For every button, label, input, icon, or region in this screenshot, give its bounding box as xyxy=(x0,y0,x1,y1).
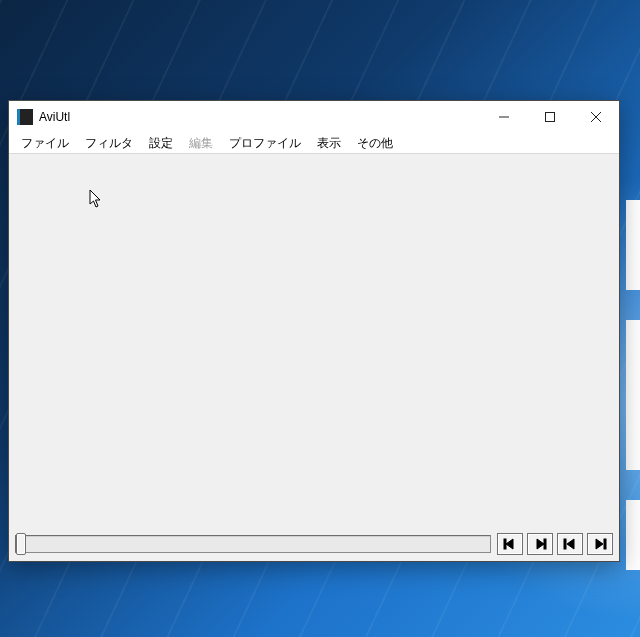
app-icon xyxy=(17,109,33,125)
svg-rect-5 xyxy=(564,539,566,549)
video-preview-area xyxy=(9,154,619,531)
menu-edit: 編集 xyxy=(181,133,221,153)
svg-marker-7 xyxy=(596,539,603,549)
seek-slider[interactable] xyxy=(15,535,491,553)
next-frame-button[interactable] xyxy=(527,533,553,555)
aviutl-window: AviUtl ファイル フィルタ 設定 編集 プロファイル 表示 その他 xyxy=(8,100,620,562)
svg-rect-0 xyxy=(546,112,555,121)
svg-rect-2 xyxy=(504,539,506,549)
desktop-window-fragment xyxy=(626,500,640,570)
svg-rect-8 xyxy=(604,539,606,549)
menu-file[interactable]: ファイル xyxy=(13,133,77,153)
windows-desktop: AviUtl ファイル フィルタ 設定 編集 プロファイル 表示 その他 xyxy=(0,0,640,637)
menu-settings[interactable]: 設定 xyxy=(141,133,181,153)
go-end-button[interactable] xyxy=(587,533,613,555)
minimize-button[interactable] xyxy=(481,101,527,132)
playback-bar xyxy=(9,531,619,561)
seek-thumb[interactable] xyxy=(16,533,26,555)
svg-marker-3 xyxy=(537,539,544,549)
maximize-button[interactable] xyxy=(527,101,573,132)
svg-rect-4 xyxy=(544,539,546,549)
desktop-window-fragment xyxy=(626,200,640,290)
titlebar[interactable]: AviUtl xyxy=(9,101,619,132)
svg-marker-6 xyxy=(567,539,574,549)
menu-other[interactable]: その他 xyxy=(349,133,401,153)
menu-filter[interactable]: フィルタ xyxy=(77,133,141,153)
go-start-button[interactable] xyxy=(557,533,583,555)
svg-marker-1 xyxy=(506,539,513,549)
close-button[interactable] xyxy=(573,101,619,132)
prev-frame-button[interactable] xyxy=(497,533,523,555)
window-controls xyxy=(481,101,619,132)
mouse-cursor-icon xyxy=(89,189,103,209)
menubar: ファイル フィルタ 設定 編集 プロファイル 表示 その他 xyxy=(9,132,619,154)
desktop-window-fragment xyxy=(626,320,640,470)
playback-buttons xyxy=(497,533,613,555)
menu-view[interactable]: 表示 xyxy=(309,133,349,153)
menu-profile[interactable]: プロファイル xyxy=(221,133,309,153)
window-title: AviUtl xyxy=(39,110,481,124)
